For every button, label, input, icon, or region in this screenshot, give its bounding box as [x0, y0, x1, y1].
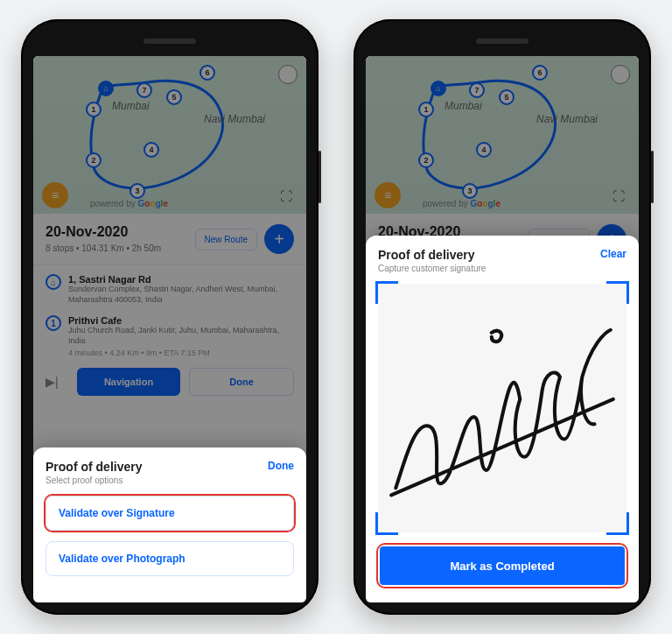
proof-options-sheet: Proof of delivery Select proof options D…	[33, 447, 306, 602]
phone-right: ⌂ 1 2 3 4 5 6 7 Mumbai Navi Mumbai ≡ pow…	[354, 19, 651, 615]
signature-stroke	[378, 284, 626, 532]
signature-sheet: Proof of delivery Capture customer signa…	[366, 236, 639, 602]
screen-left: ⌂ 1 2 3 4 5 6 7 Mumbai Navi Mumbai ≡ pow…	[33, 56, 306, 602]
sheet-title: Proof of delivery	[378, 248, 486, 262]
sheet-subtitle: Capture customer signature	[378, 264, 486, 273]
sheet-done-button[interactable]: Done	[268, 460, 294, 472]
sheet-subtitle: Select proof options	[46, 476, 142, 485]
phone-left: ⌂ 1 2 3 4 5 6 7 Mumbai Navi Mumbai ≡ pow…	[21, 19, 318, 615]
signature-pad[interactable]	[378, 284, 626, 532]
screen-right: ⌂ 1 2 3 4 5 6 7 Mumbai Navi Mumbai ≡ pow…	[366, 56, 639, 602]
complete-highlight: Mark as Completed	[378, 545, 626, 587]
sheet-title: Proof of delivery	[46, 460, 142, 474]
validate-photo-option[interactable]: Validate over Photograph	[46, 541, 294, 576]
mark-completed-button[interactable]: Mark as Completed	[380, 546, 625, 585]
validate-signature-option[interactable]: Validate over Signature	[46, 496, 294, 531]
clear-button[interactable]: Clear	[600, 248, 626, 260]
earpiece	[476, 39, 528, 44]
earpiece	[144, 39, 196, 44]
